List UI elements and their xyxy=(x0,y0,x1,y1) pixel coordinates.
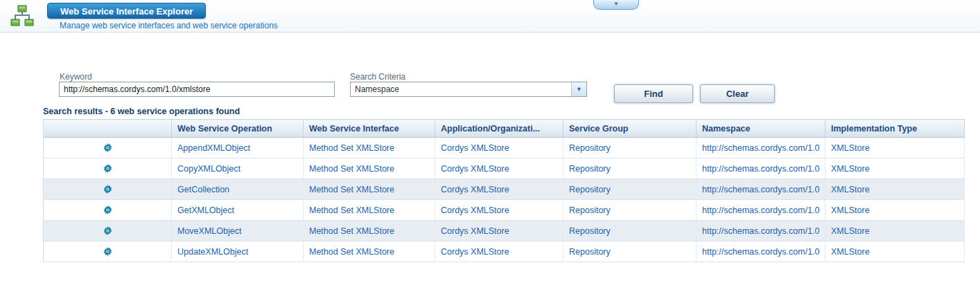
web-service-operation-icon xyxy=(103,205,113,214)
cell-operation: CopyXMLObject xyxy=(172,158,304,179)
cell-service-group: Repository xyxy=(563,179,697,200)
web-service-operation-icon xyxy=(103,246,113,256)
cell-interface: Method Set XMLStore xyxy=(304,200,435,221)
search-criteria-value: Namespace xyxy=(351,84,571,94)
cell-interface: Method Set XMLStore xyxy=(304,241,435,262)
keyword-input[interactable] xyxy=(59,82,335,97)
cell-operation: UpdateXMLObject xyxy=(172,241,304,262)
cell-service-group: Repository xyxy=(563,200,697,221)
keyword-label: Keyword xyxy=(60,72,92,82)
cell-interface: Method Set XMLStore xyxy=(304,221,435,241)
header: Web Service Interface Explorer Manage we… xyxy=(0,0,980,33)
cell-icon xyxy=(44,138,172,158)
cell-namespace: http://schemas.cordys.com/1.0 xyxy=(697,241,825,262)
results-summary: Search results - 6 web service operation… xyxy=(43,107,240,116)
search-criteria-dropdown[interactable]: Namespace ▼ xyxy=(350,82,587,97)
cell-operation: MoveXMLObject xyxy=(172,221,304,241)
results-table-header: Web Service Operation Web Service Interf… xyxy=(44,120,965,138)
cell-application: Cordys XMLStore xyxy=(435,138,563,158)
cell-interface: Method Set XMLStore xyxy=(304,158,435,179)
cell-service-group: Repository xyxy=(563,138,697,158)
table-row[interactable]: GetXMLObject Method Set XMLStore Cordys … xyxy=(44,200,965,221)
cell-implementation-type: XMLStore xyxy=(825,241,965,262)
column-header-implementation-type[interactable]: Implementation Type xyxy=(825,120,965,138)
cell-service-group: Repository xyxy=(563,158,697,179)
find-button[interactable]: Find xyxy=(614,84,693,103)
cell-namespace: http://schemas.cordys.com/1.0 xyxy=(697,158,825,179)
web-service-operation-icon xyxy=(103,143,113,152)
cell-icon xyxy=(44,158,172,179)
cell-namespace: http://schemas.cordys.com/1.0 xyxy=(697,221,825,241)
web-service-operation-icon xyxy=(103,226,113,235)
cell-implementation-type: XMLStore xyxy=(825,200,965,221)
web-service-interface-explorer-page: { "header": { "title": "Web Service Inte… xyxy=(0,0,980,283)
web-service-operation-icon xyxy=(103,163,113,173)
table-row[interactable]: CopyXMLObject Method Set XMLStore Cordys… xyxy=(44,158,965,179)
table-row[interactable]: MoveXMLObject Method Set XMLStore Cordys… xyxy=(44,221,965,241)
chevron-down-icon: ▼ xyxy=(576,86,582,93)
results-table-body: AppendXMLObject Method Set XMLStore Cord… xyxy=(44,138,965,262)
cell-service-group: Repository xyxy=(563,241,697,262)
cell-application: Cordys XMLStore xyxy=(435,179,563,200)
cell-implementation-type: XMLStore xyxy=(825,221,965,241)
web-service-operation-icon xyxy=(103,184,113,194)
table-row[interactable]: AppendXMLObject Method Set XMLStore Cord… xyxy=(44,138,965,158)
cell-application: Cordys XMLStore xyxy=(435,241,563,262)
cell-operation: AppendXMLObject xyxy=(172,138,304,158)
clear-button[interactable]: Clear xyxy=(700,84,775,103)
cell-implementation-type: XMLStore xyxy=(825,158,965,179)
search-criteria-label: Search Criteria xyxy=(350,72,405,82)
column-header-operation[interactable]: Web Service Operation xyxy=(172,120,304,138)
cell-implementation-type: XMLStore xyxy=(825,138,965,158)
page-subtitle: Manage web service interfaces and web se… xyxy=(60,21,278,30)
column-header-application[interactable]: Application/Organizati... xyxy=(435,120,563,138)
cell-icon xyxy=(44,241,172,262)
table-row[interactable]: GetCollection Method Set XMLStore Cordys… xyxy=(44,179,965,200)
cell-implementation-type: XMLStore xyxy=(825,179,965,200)
cell-interface: Method Set XMLStore xyxy=(304,138,435,158)
page-title: Web Service Interface Explorer xyxy=(47,3,206,19)
table-row[interactable]: UpdateXMLObject Method Set XMLStore Cord… xyxy=(44,241,965,262)
column-header-interface[interactable]: Web Service Interface xyxy=(304,120,435,138)
column-header-icon[interactable] xyxy=(44,120,172,138)
cell-icon xyxy=(44,221,172,241)
cell-namespace: http://schemas.cordys.com/1.0 xyxy=(697,200,825,221)
collapse-header-button[interactable]: ▼ xyxy=(593,0,639,10)
cell-service-group: Repository xyxy=(563,221,697,241)
cell-application: Cordys XMLStore xyxy=(435,158,563,179)
cell-application: Cordys XMLStore xyxy=(435,200,563,221)
cell-icon xyxy=(44,200,172,221)
chevron-down-icon: ▼ xyxy=(594,0,638,8)
column-header-namespace[interactable]: Namespace xyxy=(697,120,825,138)
cell-operation: GetCollection xyxy=(172,179,304,200)
hierarchy-icon xyxy=(10,3,35,29)
cell-operation: GetXMLObject xyxy=(172,200,304,221)
column-header-service-group[interactable]: Service Group xyxy=(563,120,697,138)
cell-application: Cordys XMLStore xyxy=(435,221,563,241)
results-table: Web Service Operation Web Service Interf… xyxy=(43,119,965,262)
cell-namespace: http://schemas.cordys.com/1.0 xyxy=(697,179,825,200)
cell-interface: Method Set XMLStore xyxy=(304,179,435,200)
dropdown-arrow-button[interactable]: ▼ xyxy=(571,82,586,96)
cell-icon xyxy=(44,179,172,200)
cell-namespace: http://schemas.cordys.com/1.0 xyxy=(697,138,825,158)
